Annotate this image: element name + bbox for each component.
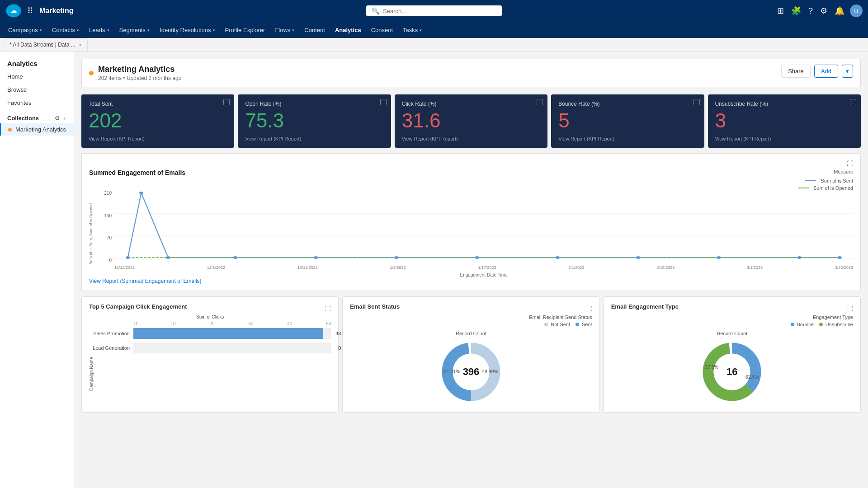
add-button[interactable]: Add: [814, 65, 838, 78]
legend-label-sent: Sum of is Sent: [821, 178, 853, 183]
grid-apps-icon[interactable]: ⊞: [775, 4, 786, 18]
y-axis-label: Campaign Name: [89, 357, 94, 391]
kpi-value: 75.3: [245, 111, 383, 131]
svg-point-13: [556, 256, 560, 259]
top5-title: Top 5 Campaign Click Engagement: [89, 303, 187, 310]
sidebar-item-browse[interactable]: Browse: [0, 83, 74, 96]
kpi-checkbox[interactable]: [380, 99, 387, 105]
sidebar-item-favorites[interactable]: Favorites: [0, 96, 74, 109]
legend-sent: Sent: [576, 322, 592, 327]
x-axis-label: Engagement Date Time: [114, 272, 853, 277]
legend-not-sent-label: Not Sent: [551, 322, 570, 327]
tab-all-data-streams[interactable]: * All Data Streams | Data ... ×: [4, 38, 88, 51]
svg-point-15: [717, 256, 721, 259]
menu-item-flows[interactable]: Flows ▾: [270, 25, 299, 35]
kpi-checkbox[interactable]: [223, 99, 230, 105]
menu-item-contacts[interactable]: Contacts ▾: [47, 25, 84, 35]
help-icon[interactable]: ?: [807, 5, 815, 18]
kpi-checkbox[interactable]: [850, 99, 856, 105]
bar-row-lead: Lead Generation 0: [89, 343, 331, 353]
share-button[interactable]: Share: [781, 65, 811, 78]
search-input[interactable]: [383, 8, 496, 14]
kpi-value: 31.6: [402, 111, 540, 131]
engagement-chart-title: Summed Engagement of Emails: [89, 169, 185, 176]
kpi-row: Total Sent 202 View Report (KPI Report) …: [81, 94, 861, 148]
sent-dot: [576, 323, 579, 326]
add-collection-icon[interactable]: +: [63, 115, 66, 122]
kpi-link[interactable]: View Report (KPI Report): [715, 136, 854, 141]
svg-point-17: [838, 256, 842, 259]
tab-close-icon[interactable]: ×: [79, 42, 82, 47]
kpi-link[interactable]: View Report (KPI Report): [402, 136, 540, 141]
salesforce-logo[interactable]: ☁: [5, 3, 22, 19]
unsubscribe-dot: [819, 323, 823, 326]
avatar[interactable]: U: [850, 5, 863, 17]
bounce-dot: [791, 323, 794, 326]
kpi-title: Bounce Rate (%): [558, 101, 697, 107]
legend-sent: Sum of is Sent: [805, 178, 853, 183]
bar-chart: Sales Promotion 48 Lead Generation 0: [89, 328, 331, 353]
email-status-card: Email Sent Status ⛶ Email Recipient Send…: [342, 296, 599, 413]
expand-icon[interactable]: ⛶: [586, 305, 592, 312]
kpi-title: Unsubscribe Rate (%): [715, 101, 854, 107]
collections-header: Collections ⚙ +: [0, 109, 74, 123]
engagement-chart-section: Summed Engagement of Emails ⛶ Measure Su…: [81, 153, 861, 291]
engagement-chart-link[interactable]: View Report (Summed Engagement of Emails…: [89, 278, 202, 284]
kpi-open-rate: Open Rate (%) 75.3 View Report (KPI Repo…: [238, 94, 391, 148]
gear-icon[interactable]: ⚙: [55, 115, 60, 122]
sidebar-item-home[interactable]: Home: [0, 70, 74, 83]
expand-icon[interactable]: ⛶: [847, 305, 853, 312]
add-dropdown-button[interactable]: ▾: [842, 65, 853, 78]
svg-point-16: [797, 256, 802, 259]
menu-item-content[interactable]: Content: [300, 25, 330, 35]
kpi-title: Open Rate (%): [245, 101, 383, 107]
record-count-label: Record Count: [350, 331, 592, 336]
settings-icon[interactable]: ⚙: [818, 4, 829, 18]
page-title: Marketing Analytics: [98, 65, 181, 74]
kpi-link[interactable]: View Report (KPI Report): [558, 136, 697, 141]
top5-campaign-card: Top 5 Campaign Click Engagement ⛶ Sum of…: [81, 296, 339, 413]
email-engagement-subtitle: Engagement Type: [813, 314, 853, 320]
menu-item-leads[interactable]: Leads ▾: [85, 25, 113, 35]
puzzle-icon[interactable]: 🧩: [789, 4, 803, 18]
bar-inner: [133, 328, 323, 339]
grid-icon[interactable]: ⠿: [27, 6, 33, 16]
bar-label: Sales Promotion: [89, 331, 130, 336]
chevron-down-icon: ▾: [420, 28, 422, 33]
kpi-value: 3: [715, 111, 854, 131]
tab-bar: * All Data Streams | Data ... ×: [0, 38, 868, 52]
legend-sent-label: Sent: [582, 322, 592, 327]
svg-point-8: [166, 256, 170, 259]
top-navigation: ☁ ⠿ Marketing 🔍 ⊞ 🧩 ? ⚙ 🔔 U: [0, 0, 868, 22]
menu-item-segments[interactable]: Segments ▾: [115, 25, 155, 35]
menu-item-campaigns[interactable]: Campaigns ▾: [4, 25, 47, 35]
bar-outer: 0: [133, 343, 331, 353]
expand-icon[interactable]: ⛶: [847, 160, 853, 167]
svg-point-11: [394, 256, 398, 259]
sidebar-collection-marketing-analytics[interactable]: Marketing Analytics: [0, 123, 74, 136]
page-header-actions: Share Add ▾: [781, 65, 853, 78]
donut-chart-engagement-type: 37.5% 62.5% 16: [698, 338, 766, 406]
svg-point-14: [636, 256, 640, 259]
main-layout: Analytics Home Browse Favorites Collecti…: [0, 52, 868, 488]
kpi-checkbox[interactable]: [537, 99, 543, 105]
bell-icon[interactable]: 🔔: [833, 4, 846, 18]
menu-item-consent[interactable]: Consent: [367, 25, 397, 35]
page-subtitle: 202 items • Updated 2 months ago: [98, 75, 181, 81]
menu-item-identity[interactable]: Identity Resolutions ▾: [155, 25, 219, 35]
svg-point-10: [314, 256, 318, 259]
kpi-link[interactable]: View Report (KPI Report): [89, 136, 227, 141]
kpi-link[interactable]: View Report (KPI Report): [245, 136, 383, 141]
menu-item-profile[interactable]: Profile Explorer: [221, 25, 270, 35]
sidebar-title: Analytics: [0, 57, 74, 70]
collections-title: Collections: [7, 115, 39, 122]
expand-icon[interactable]: ⛶: [325, 305, 331, 312]
menu-item-analytics[interactable]: Analytics: [330, 25, 366, 35]
kpi-checkbox[interactable]: [693, 99, 700, 105]
menu-item-tasks[interactable]: Tasks ▾: [398, 25, 426, 35]
svg-point-7: [139, 192, 143, 194]
status-dot: [89, 71, 94, 75]
email-engagement-title: Email Engagement Type: [611, 303, 679, 310]
sidebar: Analytics Home Browse Favorites Collecti…: [0, 52, 74, 488]
legend-bounce: Bounce: [791, 322, 814, 327]
